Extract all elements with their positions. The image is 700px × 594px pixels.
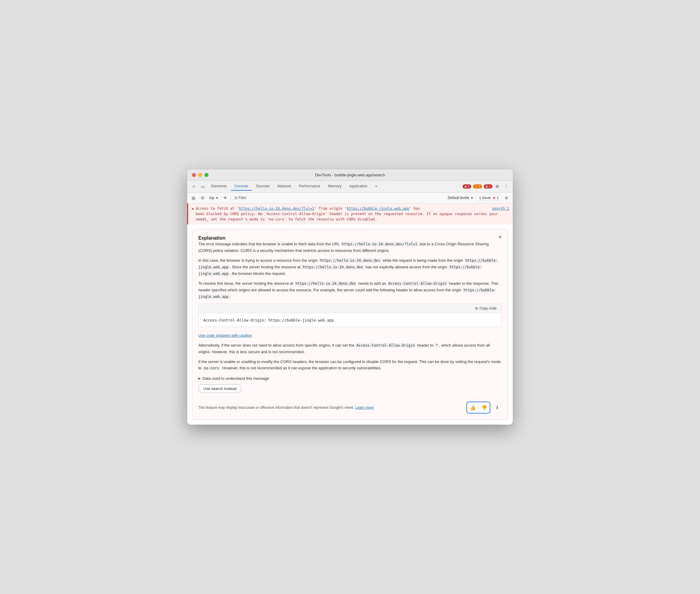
- caution-link[interactable]: Use code snippets with caution: [198, 333, 252, 338]
- console-settings-icon[interactable]: ⚙: [502, 194, 511, 202]
- thumbs-button-group: 👍 👎: [466, 402, 490, 414]
- data-toggle-label: Data used to understand this message: [203, 376, 269, 381]
- explanation-para-2: In this case, the browser is trying to a…: [198, 257, 502, 277]
- console-toolbar: ▤ ⊘ top ▼ 👁 ⊟ Filter Default levels ▼ 1 …: [187, 193, 513, 203]
- error-text-start: Access to fetch at ': [196, 206, 239, 211]
- filter-label: Filter: [239, 196, 247, 200]
- explanation-title: Explanation: [198, 235, 225, 240]
- thumbs-up-button[interactable]: 👍: [467, 402, 479, 413]
- tab-application[interactable]: Application: [346, 182, 371, 191]
- tab-memory[interactable]: Memory: [324, 182, 345, 191]
- feedback-row: This feature may display inaccurate or o…: [198, 398, 502, 414]
- code-block: ⧉ Copy code Access-Control-Allow-Origin:…: [198, 304, 502, 327]
- title-bar: DevTools - bubble-jingle.web.app/search: [187, 169, 513, 181]
- error-count: 2: [468, 185, 469, 188]
- thumbs-down-button[interactable]: 👎: [479, 402, 490, 413]
- error-message: Access to fetch at 'https://hello-io-24.…: [196, 206, 509, 222]
- issue-count: 1: [497, 196, 499, 200]
- context-dropdown-icon: ▼: [216, 196, 219, 200]
- context-label: top: [209, 196, 214, 200]
- issue-label: 1 Issue:: [479, 196, 492, 200]
- warn-icon: ⚠: [475, 185, 478, 188]
- explanation-alt-para: Alternatively, if the server does not ne…: [198, 342, 502, 355]
- window-title: DevTools - bubble-jingle.web.app/search: [315, 173, 385, 177]
- info-badge-icon: ⊠: [486, 185, 488, 188]
- code-block-header: ⧉ Copy code: [199, 304, 501, 313]
- warn-badge[interactable]: ⚠ 1: [473, 184, 482, 189]
- explanation-panel: Explanation ✕ The error message indicate…: [192, 229, 508, 420]
- error-cont: been blocked by CORS policy: No 'Access-…: [196, 212, 497, 222]
- more-options-icon[interactable]: ⋮: [502, 182, 511, 191]
- traffic-lights: [192, 173, 208, 177]
- explanation-para-1: The error message indicates that the bro…: [198, 241, 502, 254]
- error-source[interactable]: search:1: [492, 206, 509, 211]
- sidebar-toggle-icon[interactable]: ▤: [189, 194, 198, 202]
- tab-sources[interactable]: Sources: [252, 182, 273, 191]
- maximize-button[interactable]: [205, 173, 208, 177]
- tab-elements[interactable]: Elements: [208, 182, 230, 191]
- learn-more-link[interactable]: Learn more: [355, 405, 374, 410]
- context-selector[interactable]: top ▼: [208, 195, 220, 200]
- error-row-icon: ✖: [192, 206, 194, 211]
- data-section: ▶ Data used to understand this message: [198, 376, 502, 381]
- console-content: ✖ Access to fetch at 'https://hello-io-2…: [187, 203, 513, 425]
- tab-network[interactable]: Network: [274, 182, 295, 191]
- nav-badges: ✖ 2 ⚠ 1 ⊠ 1: [463, 184, 492, 189]
- device-icon[interactable]: ▭: [199, 182, 207, 191]
- explanation-para-3: To resolve this issue, the server hostin…: [198, 280, 502, 300]
- error-icon: ✖: [464, 185, 467, 188]
- toolbar-divider: [231, 195, 231, 201]
- error-row: ✖ Access to fetch at 'https://hello-io-2…: [187, 203, 513, 224]
- error-url2[interactable]: https://bubble-jingle.web.app: [347, 206, 410, 211]
- devtools-window: DevTools - bubble-jingle.web.app/search …: [187, 169, 513, 425]
- default-levels-dropdown[interactable]: Default levels ▼: [446, 195, 475, 200]
- error-text-mid: ' from origin ': [314, 206, 347, 211]
- use-search-button[interactable]: Use search instead: [198, 384, 242, 393]
- copy-code-button[interactable]: ⧉ Copy code: [473, 306, 498, 311]
- filter-button[interactable]: ⊟ Filter: [232, 195, 249, 200]
- eye-icon[interactable]: 👁: [221, 194, 230, 202]
- error-text-end: ' has: [410, 206, 420, 211]
- copy-code-label: Copy code: [480, 306, 497, 310]
- code-block-body: Access-Control-Allow-Origin: https://bub…: [199, 313, 501, 327]
- issue-icon: ⊠: [493, 196, 495, 200]
- clear-console-icon[interactable]: ⊘: [199, 194, 206, 202]
- feedback-disclaimer: This feature may display inaccurate or o…: [198, 405, 374, 410]
- feedback-buttons: 👍 👎 ℹ: [466, 402, 502, 414]
- default-levels-label: Default levels: [448, 196, 469, 200]
- issue-badge[interactable]: 1 Issue: ⊠ 1: [476, 195, 501, 201]
- tab-more[interactable]: »: [372, 182, 381, 191]
- error-url1[interactable]: https://hello-io-24.deno.dev/?lvl=1: [239, 206, 314, 211]
- devtools-nav: ⊹ ▭ Elements Console Sources Network Per…: [187, 181, 513, 193]
- explanation-final-para: If the server is unable or unwilling to …: [198, 359, 502, 371]
- info-badge[interactable]: ⊠ 1: [484, 184, 492, 189]
- info-count: 1: [489, 185, 491, 188]
- warn-count: 1: [479, 185, 480, 188]
- settings-icon[interactable]: ⚙: [493, 182, 501, 191]
- data-toggle-button[interactable]: ▶ Data used to understand this message: [198, 376, 502, 381]
- inspect-icon[interactable]: ⊹: [189, 182, 198, 191]
- tab-performance[interactable]: Performance: [295, 182, 324, 191]
- filter-icon: ⊟: [235, 196, 237, 200]
- copy-icon: ⧉: [475, 306, 478, 310]
- minimize-button[interactable]: [198, 173, 202, 177]
- data-arrow-icon: ▶: [198, 376, 201, 381]
- tab-console[interactable]: Console: [231, 182, 252, 191]
- default-levels-arrow: ▼: [470, 196, 473, 200]
- error-badge[interactable]: ✖ 2: [463, 184, 471, 189]
- close-explanation-button[interactable]: ✕: [496, 234, 503, 241]
- close-button[interactable]: [192, 173, 196, 177]
- code-content: Access-Control-Allow-Origin: https://bub…: [203, 318, 334, 322]
- info-button[interactable]: ℹ: [493, 403, 502, 412]
